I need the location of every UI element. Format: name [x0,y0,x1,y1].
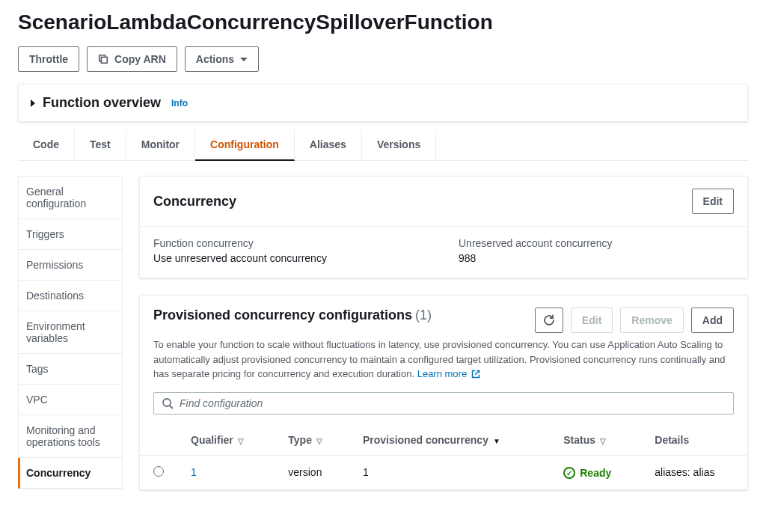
fn-concurrency-label: Function concurrency [153,237,429,249]
fn-concurrency-value: Use unreserved account concurrency [153,252,429,264]
concurrency-edit-button[interactable]: Edit [692,189,734,214]
sort-down-icon: ▼ [493,437,500,445]
row-provisioned: 1 [349,455,550,489]
config-sidenav: General configuration Triggers Permissio… [18,176,123,489]
status-badge: ✓ Ready [563,467,611,479]
col-provisioned[interactable]: Provisioned concurrency▼ [349,425,550,456]
sidenav-general[interactable]: General configuration [19,177,122,219]
sidenav-env-vars[interactable]: Environment variables [19,311,122,354]
col-details: Details [641,425,747,456]
provisioned-add-button[interactable]: Add [691,308,734,333]
function-overview-panel: Function overview Info [18,84,748,122]
learn-more-link[interactable]: Learn more [417,368,480,379]
sidenav-concurrency[interactable]: Concurrency [18,458,122,489]
col-type[interactable]: Type▽ [275,425,349,456]
provisioned-edit-button[interactable]: Edit [571,308,613,333]
provisioned-panel: Provisioned concurrency configurations (… [139,295,748,490]
col-status[interactable]: Status▽ [550,425,641,456]
tab-aliases[interactable]: Aliases [295,129,362,160]
caret-right-icon [31,100,35,107]
actions-button[interactable]: Actions [185,46,259,72]
col-qualifier[interactable]: Qualifier▽ [177,425,275,456]
sidenav-triggers[interactable]: Triggers [19,219,122,250]
copy-icon [98,54,108,64]
info-link[interactable]: Info [171,98,188,108]
svg-rect-0 [101,57,107,63]
search-icon [162,397,174,409]
row-radio[interactable] [153,466,164,477]
sort-icon: ▽ [238,437,244,445]
table-row[interactable]: 1 version 1 ✓ Ready aliases: alias [140,455,747,489]
svg-point-1 [163,399,171,406]
provisioned-count: (1) [415,308,432,322]
tabs: Code Test Monitor Configuration Aliases … [18,129,748,161]
filter-box[interactable] [153,392,734,415]
copy-arn-label: Copy ARN [114,52,166,67]
function-overview-toggle[interactable]: Function overview Info [31,95,735,111]
sort-icon: ▽ [600,437,606,445]
qualifier-link[interactable]: 1 [191,466,197,478]
tab-configuration[interactable]: Configuration [195,129,295,161]
refresh-icon [543,314,555,326]
col-select [140,425,177,456]
actions-label: Actions [196,52,234,67]
unreserved-value: 988 [459,252,734,264]
provisioned-remove-button[interactable]: Remove [620,308,683,333]
check-circle-icon: ✓ [563,467,575,479]
toolbar: Throttle Copy ARN Actions [18,46,748,72]
concurrency-panel: Concurrency Edit Function concurrency Us… [139,176,748,278]
sort-icon: ▽ [316,437,322,445]
sidenav-tags[interactable]: Tags [19,354,122,385]
row-details: aliases: alias [641,455,747,489]
refresh-button[interactable] [535,308,563,333]
sidenav-permissions[interactable]: Permissions [19,250,122,281]
provisioned-title: Provisioned concurrency configurations [153,308,412,322]
provisioned-table: Qualifier▽ Type▽ Provisioned concurrency… [140,425,747,490]
copy-arn-button[interactable]: Copy ARN [87,46,177,72]
page-title: ScenarioLambdaConcurrencySpilloverFuncti… [18,0,748,46]
provisioned-description: To enable your function to scale without… [140,337,747,392]
external-link-icon [471,370,480,379]
tab-code[interactable]: Code [18,129,75,160]
tab-versions[interactable]: Versions [362,129,436,160]
function-overview-title: Function overview [43,95,161,111]
concurrency-title: Concurrency [153,194,236,210]
sidenav-destinations[interactable]: Destinations [19,281,122,311]
chevron-down-icon [240,58,248,61]
unreserved-label: Unreserved account concurrency [459,237,734,249]
sidenav-vpc[interactable]: VPC [19,385,122,415]
filter-input[interactable] [180,397,726,409]
tab-test[interactable]: Test [75,129,126,160]
row-type: version [275,455,349,489]
throttle-button[interactable]: Throttle [18,46,79,72]
sidenav-monitoring[interactable]: Monitoring and operations tools [19,415,122,458]
tab-monitor[interactable]: Monitor [126,129,195,160]
